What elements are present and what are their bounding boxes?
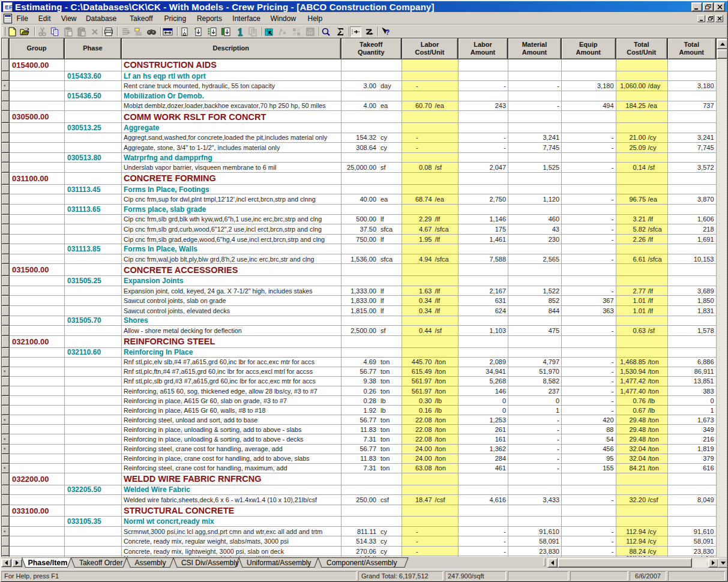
svg-text:Uniformat/Assembly: Uniformat/Assembly (247, 559, 311, 567)
svg-text:CSI Div/Assembly: CSI Div/Assembly (181, 559, 239, 567)
svg-text:Component/Assembly: Component/Assembly (326, 559, 397, 567)
svg-text:Phase/Item: Phase/Item (28, 559, 67, 567)
svg-text:Takeoff Order: Takeoff Order (79, 559, 122, 567)
svg-text:?: ? (385, 28, 390, 37)
svg-text:Assembly: Assembly (134, 559, 166, 567)
